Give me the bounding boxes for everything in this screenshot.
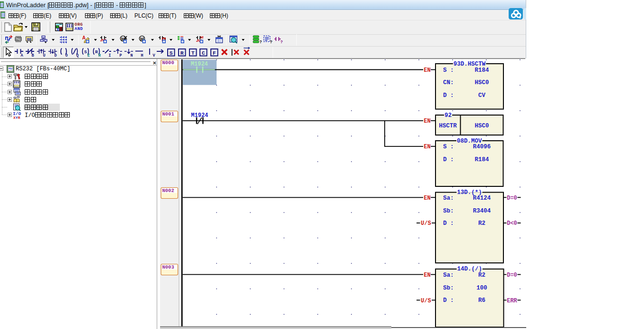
svg-text:U/S: U/S [421, 298, 431, 304]
svg-text:BB: BB [27, 37, 32, 41]
svg-text:T: T [191, 50, 194, 56]
svg-text:A: A [82, 35, 85, 40]
svg-text:N003: N003 [162, 264, 174, 270]
svg-text:Sa:: Sa: [443, 195, 454, 202]
svg-text:E: E [87, 53, 90, 58]
svg-text:O: O [65, 53, 67, 58]
svg-text:A: A [20, 53, 23, 58]
svg-text:S: S [84, 49, 87, 55]
svg-text:I: I [108, 53, 111, 58]
svg-text:N000: N000 [162, 60, 174, 66]
svg-text:93D.HSCTW: 93D.HSCTW [454, 61, 486, 68]
svg-text:R4124: R4124 [473, 195, 491, 202]
svg-text:D=0: D=0 [507, 272, 517, 279]
svg-text:R4096: R4096 [473, 144, 491, 150]
svg-text:S: S [170, 50, 173, 56]
svg-text:V: V [152, 53, 155, 58]
svg-text:R6: R6 [478, 297, 485, 304]
svg-text:D :: D : [443, 156, 454, 163]
svg-text:D :: D : [443, 220, 454, 227]
svg-text:D<0: D<0 [507, 220, 517, 227]
svg-text:100: 100 [476, 285, 487, 291]
svg-text:B: B [31, 53, 34, 58]
svg-text:EN: EN [424, 67, 430, 74]
svg-text:R2: R2 [478, 272, 485, 279]
svg-text:EN: EN [424, 144, 430, 150]
svg-text:XYR: XYR [13, 115, 20, 119]
svg-text:N002: N002 [162, 188, 174, 194]
svg-text:?: ? [270, 39, 273, 44]
svg-text:D: D [54, 53, 57, 58]
svg-text:D=0: D=0 [507, 195, 517, 202]
svg-text:R: R [95, 49, 98, 55]
svg-text:Q: Q [76, 53, 78, 58]
svg-text:F: F [213, 50, 216, 56]
svg-text:R: R [180, 50, 183, 56]
svg-text:R: R [98, 53, 101, 58]
svg-text:C: C [202, 50, 205, 56]
svg-text:92: 92 [445, 112, 452, 119]
svg-text:CN:: CN: [443, 79, 454, 86]
svg-text:R184: R184 [474, 156, 489, 163]
svg-text:CV: CV [478, 92, 486, 99]
svg-text:EN: EN [424, 195, 430, 202]
svg-text:Sb:: Sb: [443, 285, 454, 291]
svg-text:EN: EN [424, 272, 430, 279]
svg-text:Sa:: Sa: [443, 272, 454, 279]
svg-text:R3404: R3404 [473, 208, 491, 214]
svg-text:Sb:: Sb: [443, 208, 454, 214]
svg-text:M: M [200, 35, 204, 39]
svg-text:HSCTR: HSCTR [439, 123, 457, 129]
svg-text:U: U [43, 53, 45, 58]
svg-text:M1924: M1924 [191, 112, 208, 119]
svg-text:H: H [141, 53, 143, 58]
svg-text:ERR: ERR [507, 298, 517, 304]
svg-text:?: ? [259, 39, 262, 44]
svg-text:S :: S : [443, 67, 454, 74]
svg-text:?: ? [280, 39, 283, 44]
svg-text:R184: R184 [474, 67, 489, 74]
svg-text:N: N [130, 53, 133, 58]
svg-text:M1924: M1924 [191, 61, 208, 68]
svg-text:HSC0: HSC0 [474, 79, 489, 86]
svg-text:N001: N001 [162, 111, 174, 117]
svg-text:HSC0: HSC0 [474, 123, 489, 129]
svg-text:D :: D : [443, 92, 454, 99]
svg-text:S :: S : [443, 144, 454, 150]
svg-text:P: P [119, 53, 122, 58]
svg-text:EN: EN [424, 118, 430, 125]
svg-text:D :: D : [443, 297, 454, 304]
svg-text:U/S: U/S [421, 220, 431, 227]
svg-text:R2: R2 [478, 220, 485, 227]
